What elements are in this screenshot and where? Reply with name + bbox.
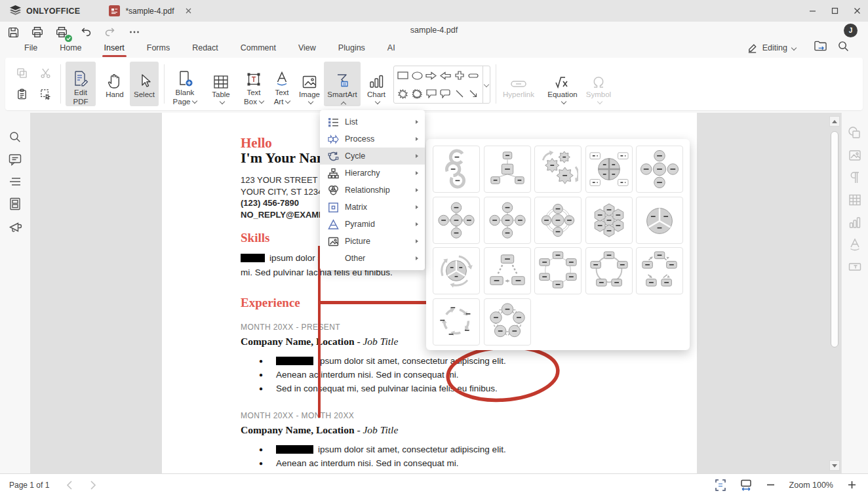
feedback-icon[interactable] — [8, 219, 22, 233]
smartart-menu-item-relationship[interactable]: Relationship — [320, 182, 425, 199]
scroll-up-button[interactable] — [829, 116, 840, 127]
customize-toolbar-button[interactable] — [127, 24, 142, 40]
menu-tab-home[interactable]: Home — [49, 39, 92, 57]
ellipse-shape-icon[interactable] — [412, 71, 423, 80]
plus-shape-icon[interactable] — [455, 71, 464, 80]
callout-round-shape-icon[interactable] — [440, 89, 450, 98]
document-tab[interactable]: *sample-4.pdf — [100, 0, 201, 22]
copy-icon[interactable] — [14, 66, 29, 80]
textbox-settings-icon[interactable] — [848, 260, 862, 274]
smartart-menu-item-process[interactable]: Process — [320, 130, 425, 148]
star-8-shape-icon[interactable] — [398, 89, 408, 99]
redo-button[interactable] — [102, 24, 118, 40]
previous-page-icon[interactable] — [66, 481, 73, 490]
table-settings-icon[interactable] — [848, 193, 862, 207]
arrow-line-shape-icon[interactable] — [469, 89, 478, 98]
smartart-button[interactable]: SmartArt — [324, 62, 361, 106]
smartart-thumb-nondirectional-cycle[interactable] — [585, 247, 633, 294]
rectangle-shape-icon[interactable] — [397, 71, 408, 79]
paragraph-settings-icon[interactable] — [848, 170, 862, 185]
smartart-thumb-block-cycle[interactable] — [534, 247, 582, 294]
vertical-scrollbar-thumb[interactable] — [831, 131, 838, 347]
menu-tab-view[interactable]: View — [287, 39, 327, 57]
menu-tab-forms[interactable]: Forms — [136, 39, 181, 57]
rounded-rectangle-shape-icon[interactable] — [468, 73, 479, 78]
callout-rect-shape-icon[interactable] — [426, 89, 437, 98]
menu-tab-insert[interactable]: Insert — [93, 39, 136, 57]
equation-button[interactable]: Equation — [544, 62, 581, 106]
smartart-thumb-ring-cycle[interactable] — [534, 197, 582, 244]
edit-pdf-button[interactable]: EditPDF — [66, 62, 96, 106]
paste-icon[interactable] — [14, 87, 29, 101]
menu-tab-plugins[interactable]: Plugins — [327, 39, 376, 57]
text-art-button[interactable]: TextArt — [269, 62, 295, 106]
smartart-menu-item-picture[interactable]: Picture — [320, 233, 425, 250]
avatar[interactable]: J — [844, 24, 858, 37]
smartart-menu-item-list[interactable]: List — [320, 113, 425, 130]
smartart-menu-item-matrix[interactable]: Matrix — [320, 199, 425, 216]
smartart-thumb-cycle-matrix[interactable] — [433, 197, 480, 244]
image-settings-icon[interactable] — [848, 148, 862, 163]
fit-page-icon[interactable] — [715, 479, 726, 491]
image-button[interactable]: Image — [296, 62, 323, 106]
smartart-thumb-diverging-radial[interactable] — [484, 146, 531, 193]
cut-icon[interactable] — [38, 66, 52, 80]
menu-tab-comment[interactable]: Comment — [229, 39, 287, 57]
menu-tab-ai[interactable]: AI — [376, 39, 406, 57]
maximize-button[interactable] — [823, 0, 846, 22]
smartart-thumb-text-cycle[interactable] — [433, 298, 480, 346]
zoom-in-icon[interactable] — [848, 481, 856, 489]
chart-button[interactable]: Chart — [362, 62, 391, 106]
smartart-thumb-basic-pie[interactable] — [636, 197, 683, 244]
textart-settings-icon[interactable] — [848, 237, 862, 252]
comments-icon[interactable] — [8, 152, 22, 167]
print-button[interactable] — [30, 24, 45, 40]
smartart-thumb-arrow-pie[interactable] — [433, 247, 480, 294]
smartart-thumb-circle-arrow-cycle[interactable] — [484, 298, 531, 346]
scroll-down-button[interactable] — [829, 460, 840, 471]
symbol-button[interactable]: Symbol — [582, 62, 615, 106]
smartart-menu-item-hierarchy[interactable]: Hierarchy — [320, 165, 425, 182]
smartart-menu-item-pyramid[interactable]: Pyramid — [320, 216, 425, 233]
smartart-thumb-radial-cluster[interactable] — [484, 197, 531, 244]
page-thumbnails-icon[interactable] — [8, 197, 22, 211]
smartart-thumb-hex-cluster[interactable] — [585, 197, 633, 244]
next-page-icon[interactable] — [90, 481, 96, 490]
smartart-thumb-gear[interactable] — [534, 146, 582, 193]
arrow-right-shape-icon[interactable] — [425, 71, 437, 80]
select-tool-button[interactable]: Select — [130, 62, 159, 106]
zoom-out-icon[interactable] — [766, 481, 775, 489]
search-icon[interactable] — [837, 40, 850, 52]
table-button[interactable]: Table — [206, 62, 236, 106]
smartart-thumb-segmented-cycle[interactable] — [585, 146, 633, 193]
smartart-menu-item-other[interactable]: Other — [320, 250, 425, 267]
minimize-button[interactable] — [801, 0, 823, 22]
hyperlink-button[interactable]: Hyperlink — [500, 62, 538, 106]
chart-settings-icon[interactable] — [848, 215, 862, 229]
hand-tool-button[interactable]: Hand — [101, 62, 128, 106]
blank-page-button[interactable]: BlankPage — [168, 62, 202, 106]
close-button[interactable] — [846, 0, 868, 22]
arrow-left-shape-icon[interactable] — [440, 71, 451, 80]
menu-tab-redact[interactable]: Redact — [181, 39, 229, 57]
fit-width-icon[interactable] — [740, 479, 752, 491]
text-box-button[interactable]: TextBox — [240, 62, 267, 106]
search-icon[interactable] — [8, 130, 22, 144]
open-file-location-icon[interactable] — [814, 40, 827, 52]
shapes-more-button[interactable] — [483, 66, 490, 103]
save-button[interactable] — [5, 24, 21, 40]
star-12-shape-icon[interactable] — [412, 89, 422, 99]
smartart-menu-item-cycle[interactable]: Cycle — [320, 148, 425, 165]
editing-mode-selector[interactable]: Editing — [747, 39, 796, 57]
undo-button[interactable] — [78, 24, 94, 40]
menu-tab-file[interactable]: File — [13, 39, 49, 57]
smartart-thumb-basic-cycle[interactable] — [433, 146, 480, 193]
quick-print-button[interactable] — [54, 24, 69, 40]
tab-close-icon[interactable] — [186, 8, 191, 14]
smartart-thumb-multidirectional-cycle[interactable] — [636, 247, 683, 294]
shape-settings-icon[interactable] — [848, 126, 862, 140]
marquee-select-icon[interactable] — [38, 87, 52, 101]
smartart-thumb-triangle-cycle[interactable] — [484, 247, 531, 294]
smartart-thumb-radial-cycle[interactable] — [636, 146, 683, 193]
navigation-icon[interactable] — [8, 174, 22, 189]
